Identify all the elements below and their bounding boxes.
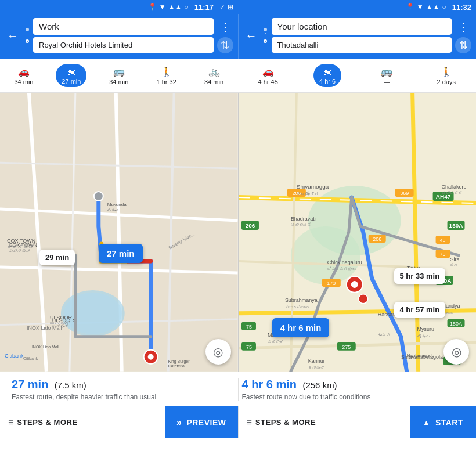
more-button-right[interactable]: ⋮ — [455, 17, 471, 36]
svg-text:75: 75 — [246, 344, 251, 350]
map-left[interactable]: COX TOWN ಕಾಕ್ಸ್ ಟೌನ್ ULSOOR ಉಲ್ಸೂರ್ Citi… — [0, 93, 238, 372]
steps-label-right: STEPS & MORE — [255, 418, 316, 427]
steps-icon-right: ≡ — [247, 417, 252, 428]
start-label-right: START — [435, 418, 463, 427]
svg-text:Nanjanagudu: Nanjanagudu — [406, 353, 434, 358]
svg-point-13 — [148, 354, 154, 360]
svg-text:275: 275 — [342, 344, 351, 350]
svg-point-40 — [358, 294, 367, 304]
signal-bars-right: ▲▲ — [426, 3, 440, 11]
svg-text:ಚಳ್ಳಕೆರೆ: ಚಳ್ಳಕೆರೆ — [441, 191, 461, 195]
origin-input-left[interactable]: Work — [33, 18, 214, 35]
location-fab-left[interactable]: ◎ — [205, 339, 231, 365]
origin-input-right[interactable]: Your location — [272, 18, 452, 35]
bike-icon-right: 🏍 — [323, 66, 332, 77]
route-dist-right: (256 km) — [302, 380, 337, 390]
svg-text:Shivamogga: Shivamogga — [296, 183, 329, 190]
svg-text:206: 206 — [245, 222, 255, 229]
mode-tab-car-left[interactable]: 🚗 34 min — [0, 60, 48, 92]
svg-text:ಹಾಸನ: ಹಾಸನ — [376, 333, 390, 338]
battery-icon-right: ○ — [442, 3, 446, 11]
walk-icon-left: 🚶 — [161, 66, 172, 77]
bus-icon-right: 🚌 — [381, 66, 392, 77]
citibank-label: Citibank — [5, 353, 24, 359]
nav-container: ← ⋮ Work Royal Orchid Hotels Limited ⋮ ⇅ — [0, 14, 476, 59]
cox-town-label: COX TOWNಕಾಕ್ಸ್ ಟೌನ್ — [7, 238, 35, 250]
destination-input-left[interactable]: Royal Orchid Hotels Limited — [33, 37, 214, 53]
svg-text:Sira: Sira — [450, 257, 459, 262]
map-box-29min: 29 min — [39, 250, 75, 265]
steps-label-left: STEPS & MORE — [17, 418, 77, 427]
more-button-left[interactable]: ⋮ — [217, 17, 233, 36]
mode-tab-bike-left[interactable]: 🏍 27 min — [48, 59, 95, 92]
mode-tab-walk-right[interactable]: 🚶 2 days — [417, 60, 476, 92]
mode-tab-bike2-left[interactable]: 🚲 34 min — [190, 60, 238, 92]
inox-label: INOX Lido Mall — [27, 325, 62, 331]
steps-more-button-left[interactable]: ≡ STEPS & MORE — [0, 406, 165, 438]
status-bar-right: 📍 ▼ ▲▲ ○ 11:32 — [238, 0, 476, 14]
mode-tab-walk-left[interactable]: 🚶 1 hr 32 — [143, 60, 190, 92]
location-fab-icon-left: ◎ — [213, 345, 223, 359]
svg-text:Chick nagaluru: Chick nagaluru — [327, 259, 362, 265]
map-right[interactable]: 206 AH47 150A 150A 75 150A 75 275 766 17… — [238, 93, 477, 372]
svg-point-10 — [64, 293, 122, 334]
ulsoor-label: ULSOORಉಲ್ಸೂರ್ — [50, 315, 72, 326]
time-right: 11:32 — [452, 3, 471, 12]
time-left: 11:17 — [194, 3, 214, 12]
svg-text:75: 75 — [439, 251, 445, 257]
car-icon-right: 🚗 — [262, 66, 274, 77]
start-button-right[interactable]: ▲ START — [410, 406, 476, 438]
back-button-right[interactable]: ← — [243, 27, 259, 45]
svg-text:ಮುಕುಂದ: ಮುಕುಂದ — [107, 208, 120, 212]
nav-panel-right: ← ⋮ Your location Thotadahalli ⋮ ⇅ — [238, 14, 477, 59]
svg-text:ಸುಬ್ರಮಣ್ಯ: ಸುಬ್ರಮಣ್ಯ — [284, 305, 309, 309]
svg-text:Mukunda: Mukunda — [107, 202, 127, 207]
svg-text:Hassan: Hassan — [377, 312, 395, 318]
mode-tab-bike-right[interactable]: 🏍 4 hr 6 — [298, 59, 357, 92]
route-desc-right: Fastest route now due to traffic conditi… — [242, 393, 465, 401]
location-fab-icon-right: ◎ — [452, 345, 461, 359]
nav-panel-left: ← ⋮ Work Royal Orchid Hotels Limited ⋮ ⇅ — [0, 14, 238, 59]
mode-tab-bus-right[interactable]: 🚌 — — [357, 60, 416, 92]
map-box-5hr33min: 5 hr 33 min — [394, 268, 446, 284]
svg-point-39 — [351, 281, 358, 288]
svg-text:ಮಡಿಕೇರಿ: ಮಡಿಕೇರಿ — [267, 340, 283, 344]
battery-icon-left: ○ — [185, 3, 189, 11]
steps-more-button-right[interactable]: ≡ STEPS & MORE — [239, 406, 410, 438]
location-fab-right[interactable]: ◎ — [443, 339, 469, 365]
walk-icon-right: 🚶 — [441, 66, 452, 77]
check-icon: ✓ — [219, 3, 225, 11]
action-panel-left: ≡ STEPS & MORE » PREVIEW — [0, 406, 239, 438]
route-time-left: 27 min — [12, 378, 48, 391]
action-panel-right: ≡ STEPS & MORE ▲ START — [239, 406, 477, 438]
svg-text:ಸಿರಾ: ಸಿರಾ — [449, 263, 457, 268]
svg-text:Subrahmanya: Subrahmanya — [284, 297, 317, 303]
route-time-right: 4 hr 6 min — [242, 378, 297, 391]
svg-text:ಚಿಕ್ಕಮಗಳೂರು: ಚಿಕ್ಕಮಗಳೂರು — [327, 266, 355, 271]
svg-text:Cafeteria: Cafeteria — [168, 364, 185, 368]
mode-tab-car-right[interactable]: 🚗 4 hr 45 — [239, 60, 298, 92]
destination-input-right[interactable]: Thotadahalli — [272, 37, 452, 53]
mode-tabs-container: 🚗 34 min 🏍 27 min 🚌 34 min 🚶 1 hr 32 — [0, 59, 476, 93]
bus-icon-left: 🚌 — [113, 66, 125, 77]
svg-text:48: 48 — [439, 237, 445, 243]
mode-tab-bus-left[interactable]: 🚌 34 min — [95, 60, 143, 92]
svg-text:150A: 150A — [450, 321, 462, 327]
route-info-left: 27 min (7.5 km) Fastest route, despite h… — [8, 378, 238, 401]
route-info-right: 4 hr 6 min (256 km) Fastest route now du… — [238, 378, 468, 401]
swap-button-left[interactable]: ⇅ — [217, 37, 233, 53]
preview-button-left[interactable]: » PREVIEW — [165, 406, 237, 438]
svg-text:ಕಾಕ್ಸ್ ಟೌನ್: ಕಾಕ್ಸ್ ಟೌನ್ — [9, 249, 30, 253]
signal-icon: 📍 — [148, 3, 157, 11]
back-button-left[interactable]: ← — [5, 27, 21, 45]
svg-text:Challakere: Challakere — [441, 184, 466, 190]
image-icon: ⊞ — [228, 3, 233, 11]
location-icon-right: 📍 — [406, 3, 414, 11]
start-icon-right: ▲ — [423, 418, 431, 427]
maps-row: COX TOWN ಕಾಕ್ಸ್ ಟೌನ್ ULSOOR ಉಲ್ಸೂರ್ Citi… — [0, 93, 476, 372]
svg-text:ಮೈಸೂರು: ಮೈಸೂರು — [417, 334, 429, 338]
wifi-icon-right: ▼ — [417, 3, 424, 11]
swap-button-right[interactable]: ⇅ — [455, 37, 471, 53]
status-bar-left: 📍 ▼ ▲▲ ○ 11:17 ✓ ⊞ — [0, 0, 238, 14]
car-icon-left: 🚗 — [18, 66, 30, 77]
